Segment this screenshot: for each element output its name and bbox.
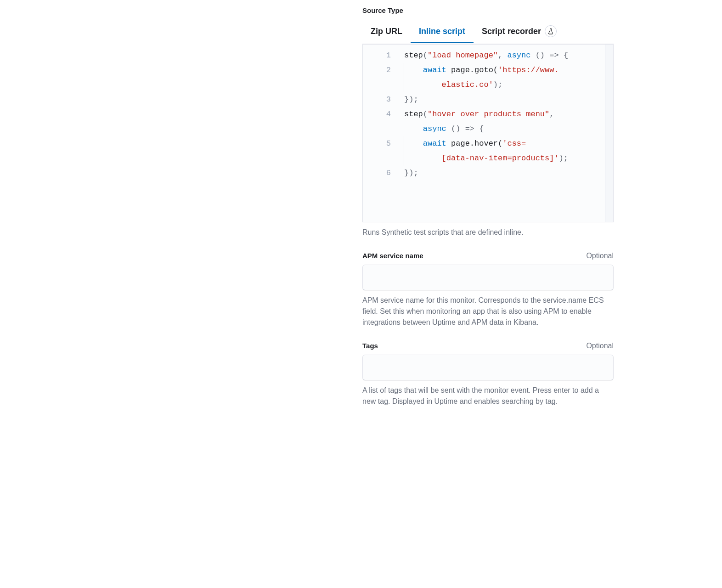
apm-optional-tag: Optional (586, 252, 614, 260)
tags-helper: A list of tags that will be sent with th… (362, 385, 614, 407)
code-line: await page.goto('https://www. elastic.co… (404, 63, 600, 92)
tab-script-recorder[interactable]: Script recorder (474, 20, 565, 44)
code-line: await page.hover('css= [data-nav-item=pr… (404, 136, 600, 166)
beaker-icon (545, 25, 557, 37)
tags-label: Tags (362, 342, 378, 350)
source-type-tabs: Zip URLInline scriptScript recorder (362, 20, 614, 44)
code-line: }); (404, 166, 600, 181)
scrollbar[interactable] (605, 45, 613, 222)
apm-service-name-group: APM service name Optional APM service na… (362, 252, 614, 328)
code-line: step("load homepage", async () => { (404, 48, 600, 63)
source-type-helper: Runs Synthetic test scripts that are def… (362, 227, 614, 238)
tags-optional-tag: Optional (586, 342, 614, 350)
apm-helper: APM service name for this monitor. Corre… (362, 295, 614, 328)
tab-label: Script recorder (482, 27, 541, 36)
tags-input[interactable] (362, 355, 614, 380)
tab-inline-script[interactable]: Inline script (411, 21, 474, 43)
code-body[interactable]: step("load homepage", async () => { awai… (400, 45, 605, 222)
code-line: }); (404, 92, 600, 107)
code-line: step("hover over products menu", async (… (404, 107, 600, 136)
apm-label: APM service name (362, 252, 423, 260)
tags-group: Tags Optional A list of tags that will b… (362, 342, 614, 407)
tab-label: Inline script (419, 27, 465, 36)
tab-zip-url[interactable]: Zip URL (362, 21, 411, 43)
source-type-label: Source Type (362, 6, 614, 14)
inline-script-editor[interactable]: 123456 step("load homepage", async () =>… (362, 44, 614, 222)
apm-service-name-input[interactable] (362, 265, 614, 290)
tab-label: Zip URL (371, 27, 402, 36)
code-gutter: 123456 (363, 45, 400, 222)
source-type-section: Source Type Zip URLInline scriptScript r… (362, 0, 614, 238)
